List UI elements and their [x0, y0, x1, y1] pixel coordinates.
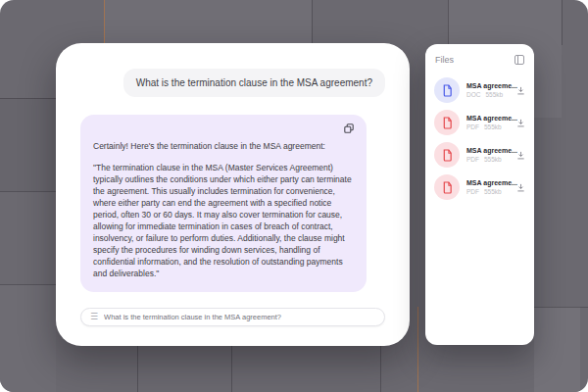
file-name: MSA agreeme... [466, 82, 510, 89]
chat-window: What is the termination clause in the MS… [56, 43, 410, 346]
desktop-background: What is the termination clause in the MS… [0, 0, 588, 392]
assistant-intro-text: Certainly! Here's the termination clause… [93, 140, 354, 152]
file-type: PDF [466, 156, 479, 163]
menu-icon: ☰ [90, 313, 98, 321]
file-size: 555kb [484, 188, 502, 195]
file-name: MSA agreeme... [466, 179, 510, 186]
grid-line [231, 346, 232, 392]
grid-line [137, 346, 138, 392]
pdf-file-icon [434, 174, 460, 200]
file-meta: PDF 555kb [466, 156, 510, 163]
file-meta: DOC 555kb [466, 91, 510, 98]
grid-line [562, 0, 563, 45]
panel-toggle-icon[interactable] [514, 55, 524, 65]
user-message-text: What is the termination clause in the MS… [136, 77, 372, 88]
grid-line [380, 346, 381, 392]
file-meta: PDF 555kb [466, 123, 510, 130]
download-icon[interactable] [516, 151, 525, 160]
file-name: MSA agreeme... [466, 147, 510, 154]
background-tile [0, 284, 56, 392]
message-input[interactable] [104, 313, 375, 321]
user-message-bubble: What is the termination clause in the MS… [123, 69, 385, 97]
file-type: PDF [466, 188, 479, 195]
message-input-bar[interactable]: ☰ [80, 308, 385, 326]
assistant-bubble-toolbar [93, 123, 354, 133]
download-icon[interactable] [516, 183, 525, 192]
chat-spacer [80, 292, 385, 308]
file-row[interactable]: MSA agreeme... PDF 555kb [434, 174, 525, 200]
grid-line [0, 191, 56, 192]
file-size: 555kb [484, 156, 502, 163]
download-icon[interactable] [516, 86, 525, 95]
file-row[interactable]: MSA agreeme... PDF 555kb [434, 142, 525, 168]
doc-file-icon [434, 77, 460, 103]
file-info: MSA agreeme... PDF 555kb [466, 179, 510, 195]
grid-line [0, 284, 56, 285]
file-info: MSA agreeme... PDF 555kb [466, 147, 510, 163]
pdf-file-icon [434, 142, 460, 168]
file-name: MSA agreeme... [466, 115, 510, 122]
download-icon[interactable] [516, 119, 525, 127]
file-row[interactable]: MSA agreeme... DOC 555kb [434, 77, 525, 103]
file-info: MSA agreeme... DOC 555kb [466, 82, 510, 98]
grid-line [534, 307, 588, 308]
files-panel-header: Files [434, 55, 525, 65]
grid-line [417, 307, 418, 392]
file-size: 555kb [484, 123, 502, 130]
grid-line [312, 0, 313, 43]
file-type: DOC [466, 91, 480, 98]
background-tile [0, 98, 56, 191]
file-type: PDF [466, 123, 479, 130]
pdf-file-icon [434, 110, 460, 135]
assistant-body-text: "The termination clause in the MSA (Mast… [93, 162, 354, 279]
copy-icon[interactable] [344, 123, 354, 133]
file-row[interactable]: MSA agreeme... PDF 555kb [434, 110, 525, 135]
file-info: MSA agreeme... PDF 555kb [466, 115, 510, 130]
files-panel-title: Files [435, 55, 454, 65]
files-panel: Files MSA agreeme... DOC 555kb [425, 44, 534, 345]
assistant-message-bubble: Certainly! Here's the termination clause… [80, 115, 367, 292]
file-size: 555kb [485, 91, 503, 98]
background-tile [534, 307, 580, 392]
file-meta: PDF 555kb [466, 188, 510, 195]
